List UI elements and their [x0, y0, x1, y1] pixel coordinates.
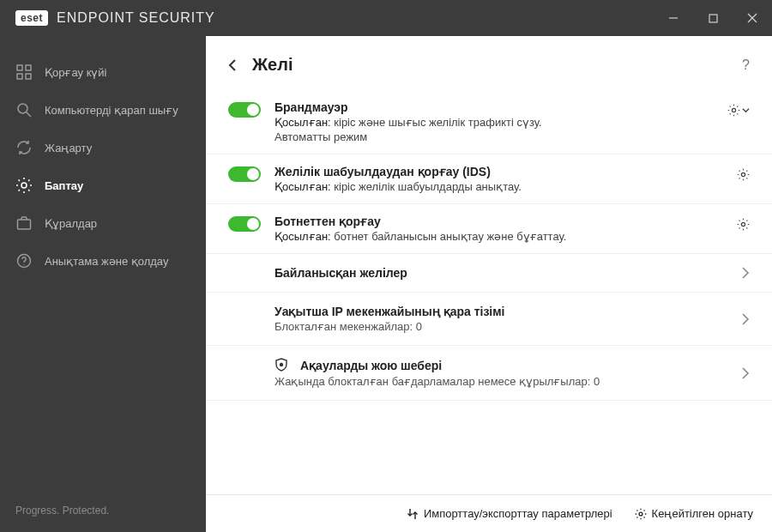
troubleshoot-title: Ақауларды жою шебері	[300, 359, 442, 372]
back-button[interactable]	[228, 59, 240, 71]
sidebar-item-update[interactable]: Жаңарту	[0, 129, 206, 166]
svg-point-13	[23, 264, 24, 265]
svg-point-10	[21, 183, 27, 188]
sidebar-item-label: Компьютерді қарап шығу	[45, 104, 178, 117]
ids-status: Қосылған: кіріс желілік шабуылдарды анық…	[274, 180, 715, 193]
gear-icon	[635, 508, 647, 520]
botnet-settings-button[interactable]	[737, 218, 750, 231]
import-export-icon	[407, 508, 419, 520]
sidebar-item-label: Қорғау күйі	[45, 66, 107, 79]
sidebar-item-label: Баптау	[45, 179, 83, 192]
svg-point-8	[18, 104, 27, 113]
sidebar-item-label: Анықтама және қолдау	[45, 255, 168, 268]
sidebar-item-scan[interactable]: Компьютерді қарап шығу	[0, 91, 206, 129]
chevron-down-icon	[742, 106, 750, 114]
svg-point-16	[741, 222, 745, 226]
main-panel: Желі ? Брандмауэр Қосылған: кіріс және ш…	[206, 36, 772, 532]
svg-rect-7	[26, 74, 31, 79]
troubleshoot-sub: Жақында блокталған бағдарламалар немесе …	[274, 375, 742, 388]
svg-point-17	[280, 363, 283, 366]
maximize-button[interactable]	[693, 0, 733, 36]
firewall-title: Брандмауэр	[274, 100, 715, 114]
svg-rect-5	[26, 65, 31, 70]
ip-blacklist-title: Уақытша IP мекенжайының қара тізімі	[274, 305, 742, 318]
page-title: Желі	[252, 55, 293, 75]
firewall-settings-button[interactable]	[727, 104, 750, 117]
footer-bar: Импорттау/экспорттау параметрлері Кеңейт…	[206, 494, 772, 532]
dashboard-icon	[15, 63, 33, 81]
section-firewall: Брандмауэр Қосылған: кіріс және шығыс же…	[206, 90, 772, 154]
section-ids: Желілік шабуылдаудан қорғау (IDS) Қосылғ…	[206, 154, 772, 204]
svg-rect-6	[17, 74, 22, 79]
ip-blacklist-sub: Блокталған мекенжайлар: 0	[274, 320, 742, 333]
help-icon[interactable]: ?	[742, 57, 750, 73]
ids-title: Желілік шабуылдаудан қорғау (IDS)	[274, 165, 715, 178]
chevron-right-icon	[742, 313, 750, 325]
help-circle-icon	[15, 252, 33, 269]
page-header: Желі ?	[206, 36, 772, 83]
botnet-title: Ботнеттен қорғау	[274, 215, 715, 228]
advanced-setup-link[interactable]: Кеңейтілген орнату	[635, 507, 753, 520]
firewall-status: Қосылған: кіріс және шығыс желілік трафи…	[274, 116, 715, 129]
botnet-toggle[interactable]	[228, 216, 261, 232]
sidebar-item-label: Құралдар	[45, 217, 97, 230]
gear-icon	[15, 177, 33, 194]
botnet-status: Қосылған: ботнет байланысын анықтау және…	[274, 230, 715, 243]
close-button[interactable]	[733, 0, 772, 36]
refresh-icon	[15, 139, 33, 156]
sidebar-footer-tagline: Progress. Protected.	[0, 491, 206, 532]
svg-rect-4	[17, 65, 22, 70]
ids-toggle[interactable]	[228, 166, 261, 182]
svg-point-15	[741, 172, 745, 176]
window-controls	[654, 0, 772, 36]
sidebar-item-setup[interactable]: Баптау	[0, 166, 206, 204]
svg-rect-1	[709, 15, 717, 22]
search-icon	[15, 101, 33, 118]
chevron-right-icon	[742, 267, 750, 279]
nav-ip-blacklist[interactable]: Уақытша IP мекенжайының қара тізімі Блок…	[206, 293, 772, 346]
sidebar-item-protection-status[interactable]: Қорғау күйі	[0, 53, 206, 91]
app-logo: eset ENDPOINT SECURITY	[15, 10, 215, 26]
sidebar: Қорғау күйі Компьютерді қарап шығу Жаңар…	[0, 36, 206, 532]
svg-point-14	[732, 108, 735, 112]
ids-settings-button[interactable]	[737, 168, 750, 181]
sidebar-item-label: Жаңарту	[45, 142, 92, 154]
svg-line-9	[27, 112, 31, 117]
minimize-button[interactable]	[654, 0, 693, 36]
firewall-mode: Автоматты режим	[274, 130, 715, 143]
briefcase-icon	[15, 215, 33, 232]
titlebar: eset ENDPOINT SECURITY	[0, 0, 772, 36]
sidebar-item-tools[interactable]: Құралдар	[0, 204, 206, 242]
brand-badge: eset	[15, 10, 48, 26]
shield-icon	[274, 358, 290, 373]
chevron-right-icon	[742, 367, 750, 379]
nav-troubleshoot-wizard[interactable]: Ақауларды жою шебері Жақында блокталған …	[206, 346, 772, 401]
sidebar-item-help[interactable]: Анықтама және қолдау	[0, 242, 206, 280]
import-export-link[interactable]: Импорттау/экспорттау параметрлері	[407, 507, 612, 520]
brand-text: ENDPOINT SECURITY	[57, 10, 215, 26]
section-botnet: Ботнеттен қорғау Қосылған: ботнет байлан…	[206, 204, 772, 254]
connected-networks-title: Байланысқан желілер	[274, 266, 742, 280]
firewall-toggle[interactable]	[228, 102, 261, 118]
svg-rect-11	[18, 220, 31, 229]
nav-connected-networks[interactable]: Байланысқан желілер	[206, 254, 772, 293]
svg-point-18	[639, 512, 642, 516]
